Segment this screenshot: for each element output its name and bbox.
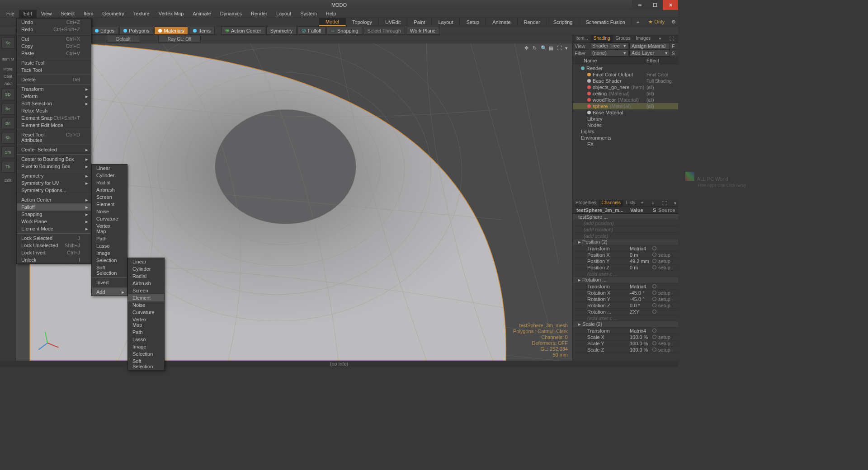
add-cylinder[interactable]: Cylinder xyxy=(128,265,164,273)
add-airbrush[interactable]: Airbrush xyxy=(128,280,164,287)
menuitem-delete[interactable]: DeleteDel xyxy=(17,76,91,83)
left-item-sm[interactable]: Sm xyxy=(1,146,15,158)
plus-icon[interactable]: + xyxy=(649,200,657,206)
channel-transform[interactable]: TransformMatrix4 xyxy=(573,283,678,290)
close-button[interactable]: ✕ xyxy=(663,0,678,10)
action-center-button[interactable]: ⊕Action Center xyxy=(221,26,265,35)
tab-item[interactable]: Item... xyxy=(573,35,591,42)
add-selection[interactable]: Selection xyxy=(128,350,164,357)
channel-rotation-x[interactable]: Rotation X-45.0 °setup xyxy=(573,290,678,296)
menuitem-paste-tool[interactable]: Paste Tool xyxy=(17,59,91,66)
left-item-sh[interactable]: Sh xyxy=(1,132,15,144)
channel--add-position-[interactable]: (add position) xyxy=(573,220,678,226)
filter-s-button[interactable]: S xyxy=(670,51,676,56)
polygons-button[interactable]: Polygons xyxy=(119,27,153,35)
gear-icon[interactable]: ⚙ xyxy=(669,19,678,25)
channel-position-y[interactable]: Position Y49.2 mmsetup xyxy=(573,258,678,264)
menuitem-symmetry-for-uv[interactable]: Symmetry for UV▸ xyxy=(17,179,91,187)
left-item-be[interactable]: Be xyxy=(1,103,15,115)
workspace-tab-animate[interactable]: Animate xyxy=(486,19,517,26)
channel-position-x[interactable]: Position X0 msetup xyxy=(573,252,678,258)
left-item-sd[interactable]: SD xyxy=(1,89,15,100)
falloff-lasso[interactable]: Lasso xyxy=(92,242,127,249)
menuitem-paste[interactable]: PasteCtrl+V xyxy=(17,50,91,57)
select-through-button[interactable]: Select Through xyxy=(363,27,405,35)
tab-images[interactable]: Images xyxy=(633,35,653,42)
menuitem-action-center[interactable]: Action Center▸ xyxy=(17,196,91,203)
rotate-icon[interactable]: ↻ xyxy=(533,45,538,51)
raygl-pill[interactable]: Ray GL: Off xyxy=(158,36,201,42)
menu-help[interactable]: Help xyxy=(321,10,341,18)
add-workspace-button[interactable]: + xyxy=(632,19,644,26)
workspace-tab-paint[interactable]: Paint xyxy=(407,19,432,26)
filter-f-button[interactable]: F xyxy=(670,43,676,49)
menu-vertex-map[interactable]: Vertex Map xyxy=(154,10,189,18)
workspace-tab-scripting[interactable]: Scripting xyxy=(547,19,580,26)
filter-dropdown[interactable]: (none)▾ xyxy=(590,50,628,56)
channel-scale-z[interactable]: Scale Z100.0 %setup xyxy=(573,347,678,353)
falloff-screen[interactable]: Screen xyxy=(92,193,127,201)
menuitem-lock-invert[interactable]: Lock InvertCtrl+J xyxy=(17,249,91,256)
menuitem-relax-mesh[interactable]: Relax Mesh xyxy=(17,107,91,114)
channel--add-user-c-[interactable]: (add user c ... xyxy=(573,271,678,277)
menuitem-element-edit-mode[interactable]: Element Edit Mode xyxy=(17,122,91,129)
menu-geometry[interactable]: Geometry xyxy=(98,10,128,18)
symmetry-button[interactable]: Symmetry xyxy=(266,27,297,35)
tree-node-final-color-output[interactable]: Final Color OutputFinal Color xyxy=(573,71,678,78)
tree-node-fx[interactable]: FX xyxy=(573,141,678,147)
plus-icon[interactable]: + xyxy=(656,36,664,42)
menu-file[interactable]: File xyxy=(2,10,19,18)
channel-rotation-z[interactable]: Rotation Z0.0 °setup xyxy=(573,302,678,309)
falloff-element[interactable]: Element xyxy=(92,201,127,208)
menu-render[interactable]: Render xyxy=(246,10,272,18)
items-button[interactable]: Items xyxy=(189,27,215,35)
add-radial[interactable]: Radial xyxy=(128,273,164,280)
add-curvature[interactable]: Curvature xyxy=(128,309,164,316)
menuitem-reset-tool-attributes[interactable]: Reset Tool AttributesCtrl+D xyxy=(17,131,91,144)
channel--scale-[interactable]: ▸ Scale (2) xyxy=(573,321,678,328)
workspace-tab-model[interactable]: Model xyxy=(319,18,346,26)
workspace-tab-topology[interactable]: Topology xyxy=(346,19,379,26)
edges-button[interactable]: Edges xyxy=(91,27,118,35)
menuitem-tack-tool[interactable]: Tack Tool xyxy=(17,66,91,74)
maximize-button[interactable]: ☐ xyxy=(647,0,663,10)
menuitem-work-plane[interactable]: Work Plane▸ xyxy=(17,218,91,225)
channel-testsphere-[interactable]: testSphere ... xyxy=(573,214,678,220)
workspace-tab-schematic fusion[interactable]: Schematic Fusion xyxy=(579,19,632,26)
add-vertex-map[interactable]: Vertex Map xyxy=(128,316,164,329)
menuitem-redo[interactable]: RedoCtrl+Shift+Z xyxy=(17,26,91,33)
materials-button[interactable]: Materials xyxy=(154,27,188,35)
menu-edit[interactable]: Edit xyxy=(19,10,37,18)
chevron-down-icon[interactable]: ▾ xyxy=(671,200,678,206)
menuitem-unlock[interactable]: UnlockI xyxy=(17,256,91,263)
menu-texture[interactable]: Texture xyxy=(129,10,154,18)
falloff-image[interactable]: Image xyxy=(92,249,127,257)
zoom-icon[interactable]: 🔍 xyxy=(541,45,546,51)
tab-channels[interactable]: Channels xyxy=(599,200,623,207)
menuitem-copy[interactable]: CopyCtrl+C xyxy=(17,42,91,50)
channel-position-z[interactable]: Position Z0 msetup xyxy=(573,264,678,271)
channel-transform[interactable]: TransformMatrix4 xyxy=(573,328,678,334)
channel-scale-y[interactable]: Scale Y100.0 %setup xyxy=(573,340,678,347)
channel-rotation-y[interactable]: Rotation Y-45.0 °setup xyxy=(573,296,678,302)
menuitem-snapping[interactable]: Snapping▸ xyxy=(17,211,91,218)
workspace-tab-layout[interactable]: Layout xyxy=(432,19,460,26)
tab-lists[interactable]: Lists xyxy=(623,200,638,207)
maximize-viewport-icon[interactable]: ⛶ xyxy=(557,45,562,51)
channel--add-user-c-[interactable]: (add user c ... xyxy=(573,315,678,321)
menuitem-undo[interactable]: UndoCtrl+Z xyxy=(17,19,91,26)
add-lasso[interactable]: Lasso xyxy=(128,336,164,343)
tab-+[interactable]: + xyxy=(638,200,646,207)
channel-scale-x[interactable]: Scale X100.0 %setup xyxy=(573,334,678,340)
menuitem-soft-selection[interactable]: Soft Selection▸ xyxy=(17,100,91,107)
left-item-th[interactable]: Th xyxy=(1,161,15,173)
left-item-sc[interactable]: Sc xyxy=(1,37,15,49)
tree-node-ceiling[interactable]: ceiling (Material)(all) xyxy=(573,90,678,97)
move-icon[interactable]: ✥ xyxy=(524,45,530,51)
snapping-button[interactable]: ↔Snapping xyxy=(326,27,363,35)
tree-node-base-shader[interactable]: Base ShaderFull Shading xyxy=(573,78,678,84)
expand-icon[interactable]: ⛶ xyxy=(660,200,670,206)
falloff-selection[interactable]: Selection xyxy=(92,257,127,264)
minimize-button[interactable]: ━ xyxy=(632,0,647,10)
work-plane-button[interactable]: Work Plane xyxy=(406,27,440,35)
